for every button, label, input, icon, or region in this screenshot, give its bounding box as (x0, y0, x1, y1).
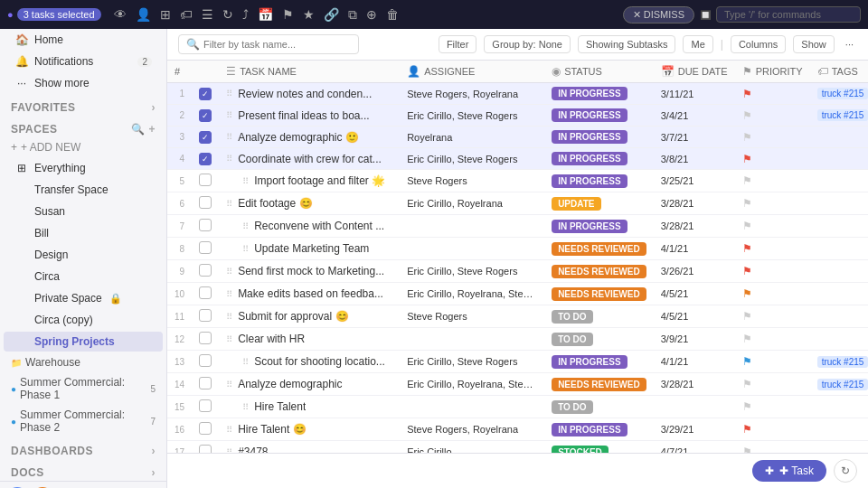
drag-handle-icon[interactable]: ⠿ (242, 221, 249, 231)
row-checkbox-cell[interactable] (192, 238, 219, 260)
row-checkbox-cell[interactable] (192, 192, 219, 215)
row-checkbox-cell[interactable] (192, 170, 219, 192)
sidebar-item-notifications[interactable]: 🔔 Notifications 2 (4, 52, 163, 71)
row-checkbox[interactable] (199, 332, 212, 344)
status-cell[interactable]: UPDATE (544, 192, 654, 215)
group-by-button[interactable]: Group by: None (484, 35, 571, 53)
row-checkbox[interactable] (199, 174, 212, 186)
search-input[interactable] (203, 39, 351, 50)
link-icon[interactable]: 🔗 (324, 7, 339, 22)
row-checkbox[interactable] (199, 399, 212, 412)
drag-handle-icon[interactable]: ⠿ (226, 89, 232, 99)
tag-badge[interactable]: truck #215 (817, 88, 868, 99)
col-header-priority[interactable]: ⚑PRIORITY (735, 61, 810, 83)
sidebar-item-summer-phase2[interactable]: ● Summer Commercial: Phase 2 7 (4, 406, 163, 436)
status-cell[interactable]: NEEDS REVIEWED (544, 283, 654, 305)
drag-handle-icon[interactable]: ⠿ (226, 132, 232, 142)
task-name-cell[interactable]: ⠿Analyze demographic (219, 373, 400, 396)
flag-icon[interactable]: ⚑ (282, 7, 294, 22)
drag-handle-icon[interactable]: ⠿ (242, 357, 249, 367)
sidebar-item-warehouse[interactable]: 📁 Warehouse (4, 353, 163, 371)
sidebar-item-circa-copy[interactable]: Circa (copy) (4, 310, 163, 330)
move-icon[interactable]: ⤴ (242, 7, 249, 22)
sidebar-item-susan[interactable]: Susan (4, 202, 163, 221)
sidebar-item-show-more[interactable]: ··· Show more (4, 73, 163, 93)
row-checkbox-cell[interactable]: ✓ (192, 105, 219, 127)
sidebar-item-design[interactable]: Design (4, 245, 163, 265)
row-checkbox-cell[interactable] (192, 373, 219, 396)
sync-icon[interactable]: ↻ (222, 7, 233, 22)
dismiss-button[interactable]: ✕ DISMISS (623, 6, 694, 23)
row-checkbox[interactable]: ✓ (199, 88, 212, 100)
row-checkbox[interactable] (199, 309, 212, 322)
drag-handle-icon[interactable]: ⠿ (226, 199, 232, 209)
row-checkbox[interactable] (199, 445, 212, 453)
status-cell[interactable]: IN PROGRESS (544, 105, 654, 127)
drag-handle-icon[interactable]: ⠿ (226, 110, 232, 120)
col-header-tags[interactable]: 🏷TAGS (810, 61, 868, 83)
status-cell[interactable]: NEEDS REVIEWED (544, 238, 654, 260)
search-box[interactable]: 🔍 (178, 34, 359, 54)
task-name-cell[interactable]: ⠿Clear with HR (219, 328, 400, 351)
row-checkbox-cell[interactable]: ✓ (192, 83, 219, 105)
row-checkbox[interactable] (199, 241, 212, 254)
status-cell[interactable]: TO DO (544, 328, 654, 351)
star-icon[interactable]: ★ (303, 7, 315, 22)
row-checkbox-cell[interactable] (192, 305, 219, 328)
drag-handle-icon[interactable]: ⠿ (226, 334, 232, 344)
row-checkbox-cell[interactable] (192, 215, 219, 238)
status-cell[interactable]: IN PROGRESS (544, 351, 654, 373)
col-header-task[interactable]: ☰TASK NAME (219, 61, 400, 83)
task-name-cell[interactable]: ⠿Edit footage 😊 (219, 192, 400, 215)
priority-cell[interactable]: ⚑ (735, 192, 810, 215)
refresh-button[interactable]: ↻ (834, 459, 857, 483)
priority-cell[interactable]: ⚑ (735, 83, 810, 105)
tag-badge[interactable]: truck #215 (817, 356, 868, 368)
priority-cell[interactable]: ⚑ (735, 283, 810, 305)
task-name-cell[interactable]: ⠿Review notes and conden... (219, 83, 400, 105)
task-name-cell[interactable]: ⠿Coordinate with crew for cat... (219, 148, 400, 170)
grid-icon[interactable]: ⊞ (160, 7, 171, 22)
row-checkbox-cell[interactable] (192, 351, 219, 373)
priority-cell[interactable]: ⚑ (735, 105, 810, 127)
task-name-cell[interactable]: ⠿Update Marketing Team (219, 238, 400, 260)
row-checkbox[interactable]: ✓ (199, 109, 212, 122)
priority-cell[interactable]: ⚑ (735, 418, 810, 441)
status-cell[interactable]: NEEDS REVIEWED (544, 373, 654, 396)
sidebar-item-transfer-space[interactable]: Transfer Space (4, 180, 163, 200)
row-checkbox[interactable]: ✓ (199, 153, 212, 165)
row-checkbox-cell[interactable] (192, 283, 219, 305)
row-checkbox[interactable] (199, 377, 212, 389)
command-input[interactable] (716, 6, 861, 23)
filter-button[interactable]: Filter (439, 35, 476, 53)
row-checkbox-cell[interactable] (192, 328, 219, 351)
priority-cell[interactable]: ⚑ (735, 238, 810, 260)
add-space-icon[interactable]: + (148, 123, 156, 136)
columns-button[interactable]: Columns (731, 35, 786, 53)
tag-badge[interactable]: truck #215 (817, 109, 868, 121)
sidebar-item-bill[interactable]: Bill (4, 223, 163, 243)
status-cell[interactable]: STOCKED (544, 441, 654, 454)
priority-cell[interactable]: ⚑ (735, 260, 810, 283)
priority-cell[interactable]: ⚑ (735, 215, 810, 238)
task-name-cell[interactable]: ⠿Hire Talent (219, 396, 400, 418)
priority-cell[interactable]: ⚑ (735, 328, 810, 351)
drag-handle-icon[interactable]: ⠿ (226, 312, 232, 322)
priority-cell[interactable]: ⚑ (735, 441, 810, 454)
sidebar-item-private-space[interactable]: Private Space 🔒 (4, 288, 163, 308)
row-checkbox[interactable] (199, 286, 212, 299)
search-spaces-icon[interactable]: 🔍 (131, 123, 146, 136)
col-header-assignee[interactable]: 👤ASSIGNEE (400, 61, 544, 83)
sidebar-item-summer-phase1[interactable]: ● Summer Commercial: Phase 1 5 (4, 373, 163, 404)
drag-handle-icon[interactable]: ⠿ (242, 402, 249, 412)
favorites-chevron[interactable]: › (152, 101, 156, 114)
priority-cell[interactable]: ⚑ (735, 305, 810, 328)
drag-handle-icon[interactable]: ⠿ (226, 289, 232, 299)
status-cell[interactable]: IN PROGRESS (544, 83, 654, 105)
calendar-icon[interactable]: 📅 (258, 7, 273, 22)
drag-handle-icon[interactable]: ⠿ (226, 425, 232, 435)
status-cell[interactable]: IN PROGRESS (544, 215, 654, 238)
sidebar-item-everything[interactable]: ⊞ Everything (4, 158, 163, 178)
row-checkbox[interactable] (199, 196, 212, 209)
eye-icon[interactable]: 👁 (114, 7, 127, 22)
